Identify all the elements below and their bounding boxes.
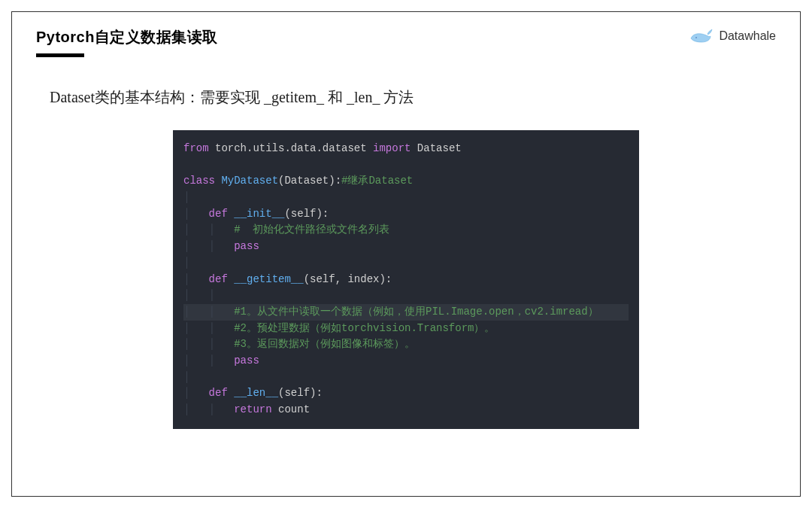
- whale-icon: [689, 27, 713, 45]
- slide-frame: Pytorch自定义数据集读取 Datawhale Dataset类的基本结构：…: [11, 11, 801, 497]
- kw-return: return: [234, 403, 271, 415]
- kw-from: from: [183, 142, 209, 154]
- class-parent: (Dataset):: [278, 175, 341, 187]
- title-block: Pytorch自定义数据集读取: [36, 27, 218, 57]
- kw-def-init: def: [209, 208, 228, 220]
- return-val: count: [272, 403, 310, 415]
- brand: Datawhale: [689, 27, 776, 45]
- getitem-c3: #3。返回数据对（例如图像和标签）。: [234, 338, 415, 350]
- svg-point-0: [696, 37, 698, 38]
- getitem-pass: pass: [234, 354, 259, 367]
- slide-title: Pytorch自定义数据集读取: [36, 27, 218, 47]
- kw-import: import: [373, 142, 411, 154]
- fn-len: __len__: [234, 387, 278, 399]
- import-name: Dataset: [411, 142, 461, 154]
- header-row: Pytorch自定义数据集读取 Datawhale: [36, 27, 776, 57]
- kw-class: class: [183, 175, 215, 187]
- init-comment: # 初始化文件路径或文件名列表: [234, 224, 389, 236]
- kw-def-len: def: [209, 387, 228, 399]
- len-args: (self):: [278, 387, 323, 399]
- code-container: from torch.utils.data.dataset import Dat…: [173, 130, 639, 429]
- fn-getitem: __getitem__: [234, 273, 303, 285]
- code-block: from torch.utils.data.dataset import Dat…: [173, 130, 639, 429]
- module-path: torch.utils.data.dataset: [209, 142, 373, 154]
- brand-text: Datawhale: [719, 29, 776, 43]
- kw-def-getitem: def: [209, 273, 228, 285]
- class-name: MyDataset: [215, 175, 278, 187]
- intro-text: Dataset类的基本结构：需要实现 _getitem_ 和 _len_ 方法: [50, 87, 776, 108]
- getitem-c2: #2。预处理数据（例如torchvision.Transform）。: [234, 322, 495, 334]
- class-comment: #继承Dataset: [341, 175, 413, 187]
- title-underline: [36, 53, 84, 57]
- fn-init: __init__: [234, 208, 284, 220]
- init-pass: pass: [234, 240, 259, 252]
- getitem-args: (self, index):: [304, 273, 392, 285]
- init-args: (self):: [284, 208, 329, 220]
- getitem-c1: #1。从文件中读取一个数据（例如，使用PIL.Image.open，cv2.im…: [234, 306, 598, 318]
